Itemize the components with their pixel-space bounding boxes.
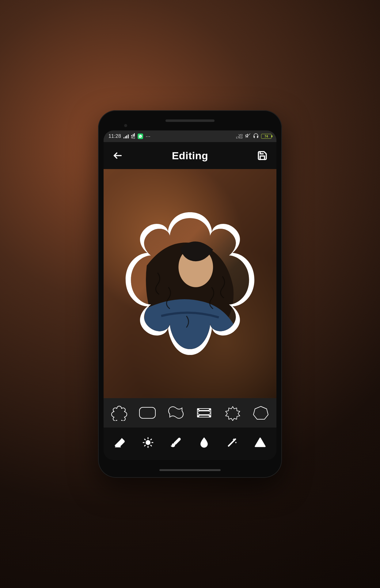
shape-rounded-rect[interactable] (136, 404, 159, 422)
tool-strip (104, 428, 276, 460)
signal-bars-icon (124, 134, 129, 138)
shape-plaque-rect[interactable] (193, 404, 215, 422)
svg-marker-3 (253, 406, 268, 419)
back-button[interactable] (111, 149, 124, 162)
wand-icon (226, 437, 238, 448)
eraser-icon (114, 437, 126, 448)
screen: 11:28 4G ⋯ VO LTE2 (104, 130, 276, 460)
volte-indicator: VO LTE2 (236, 134, 243, 139)
phone-frame: 11:28 4G ⋯ VO LTE2 (98, 110, 282, 478)
save-button[interactable] (256, 149, 269, 162)
triangle-icon (254, 437, 266, 448)
save-icon (257, 150, 268, 161)
whatsapp-notification-icon (138, 134, 143, 139)
headphones-icon (253, 133, 259, 140)
shape-eight-point-star[interactable] (221, 404, 244, 422)
svg-rect-2 (139, 407, 155, 418)
editing-canvas[interactable] (104, 169, 276, 398)
app-bar: Editing (104, 142, 276, 169)
battery-indicator: 74 (261, 134, 272, 139)
svg-point-4 (146, 441, 150, 445)
brush-icon (170, 437, 182, 448)
drop-icon (198, 437, 210, 448)
tool-brightness[interactable] (137, 434, 159, 451)
sun-icon (142, 437, 154, 448)
shape-wavy-square[interactable] (165, 404, 187, 422)
page-title: Editing (172, 150, 208, 162)
sticker-frame[interactable] (118, 207, 262, 360)
tool-magic[interactable] (221, 434, 243, 451)
shape-badge-flower[interactable] (108, 404, 131, 422)
status-time: 11:28 (108, 134, 121, 139)
more-notifications-icon: ⋯ (146, 134, 151, 139)
tool-eraser[interactable] (108, 434, 131, 451)
mute-icon (245, 133, 251, 140)
shape-heptagon[interactable] (249, 404, 272, 422)
front-camera-dot (124, 124, 127, 127)
tool-triangle[interactable] (249, 434, 272, 451)
network-type: 4G (131, 136, 135, 139)
status-bar: 11:28 4G ⋯ VO LTE2 (104, 130, 276, 142)
battery-percent: 74 (264, 135, 268, 138)
tool-blur[interactable] (193, 434, 215, 451)
back-arrow-icon (112, 150, 123, 161)
tool-brush[interactable] (165, 434, 187, 451)
shape-strip (104, 398, 276, 428)
